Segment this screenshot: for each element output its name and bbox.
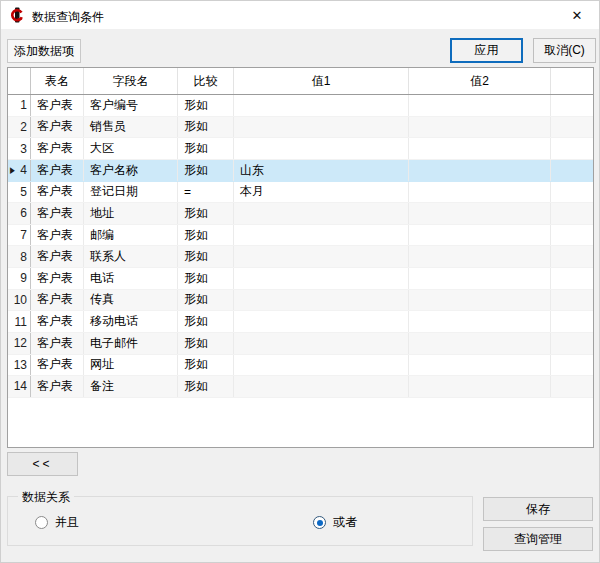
cell-field-name[interactable]: 传真 — [84, 290, 178, 311]
cell-rownum[interactable]: 10 — [8, 290, 31, 311]
radio-option-or[interactable]: 或者 — [313, 514, 357, 531]
cell-rownum[interactable]: 8 — [8, 246, 31, 267]
cell-table-name[interactable]: 客户表 — [31, 203, 84, 224]
cell-extra[interactable] — [551, 138, 593, 159]
table-row[interactable]: 5客户表登记日期=本月 — [8, 182, 593, 204]
cell-extra[interactable] — [551, 182, 593, 203]
cell-rownum[interactable]: 7 — [8, 225, 31, 246]
cell-value1[interactable] — [234, 95, 409, 116]
cell-table-name[interactable]: 客户表 — [31, 268, 84, 289]
cell-compare[interactable]: 形如 — [178, 333, 234, 354]
cell-compare[interactable]: 形如 — [178, 95, 234, 116]
table-row[interactable]: 3客户表大区形如 — [8, 138, 593, 160]
cell-field-name[interactable]: 销售员 — [84, 117, 178, 138]
header-compare[interactable]: 比较 — [178, 68, 234, 94]
cell-value1[interactable] — [234, 333, 409, 354]
save-button[interactable]: 保存 — [483, 497, 593, 521]
header-table-name[interactable]: 表名 — [31, 68, 84, 94]
table-row[interactable]: 7客户表邮编形如 — [8, 225, 593, 247]
table-row[interactable]: 14客户表备注形如 — [8, 376, 593, 398]
cell-extra[interactable] — [551, 376, 593, 397]
table-row[interactable]: 12客户表电子邮件形如 — [8, 333, 593, 355]
cell-rownum[interactable]: 14 — [8, 376, 31, 397]
cell-rownum[interactable]: 2 — [8, 117, 31, 138]
cell-field-name[interactable]: 邮编 — [84, 225, 178, 246]
cell-table-name[interactable]: 客户表 — [31, 225, 84, 246]
cell-rownum[interactable]: 3 — [8, 138, 31, 159]
cell-table-name[interactable]: 客户表 — [31, 95, 84, 116]
cell-rownum[interactable]: 1 — [8, 95, 31, 116]
cell-value2[interactable] — [409, 95, 551, 116]
table-row[interactable]: 9客户表电话形如 — [8, 268, 593, 290]
cell-extra[interactable] — [551, 246, 593, 267]
cell-extra[interactable] — [551, 333, 593, 354]
cell-value2[interactable] — [409, 355, 551, 376]
cell-compare[interactable]: 形如 — [178, 225, 234, 246]
cell-value2[interactable] — [409, 160, 551, 181]
cell-value1[interactable] — [234, 117, 409, 138]
cell-compare[interactable]: 形如 — [178, 311, 234, 332]
cell-value1[interactable] — [234, 376, 409, 397]
radio-and[interactable] — [35, 516, 48, 529]
header-value2[interactable]: 值2 — [409, 68, 551, 94]
cell-value2[interactable] — [409, 225, 551, 246]
cell-rownum[interactable]: ▶4 — [8, 160, 31, 181]
cell-value2[interactable] — [409, 182, 551, 203]
cell-compare[interactable]: 形如 — [178, 203, 234, 224]
cell-rownum[interactable]: 11 — [8, 311, 31, 332]
cell-compare[interactable]: 形如 — [178, 376, 234, 397]
cell-value2[interactable] — [409, 311, 551, 332]
cell-table-name[interactable]: 客户表 — [31, 355, 84, 376]
cell-rownum[interactable]: 9 — [8, 268, 31, 289]
cell-table-name[interactable]: 客户表 — [31, 246, 84, 267]
cell-value2[interactable] — [409, 290, 551, 311]
cell-extra[interactable] — [551, 117, 593, 138]
cell-extra[interactable] — [551, 95, 593, 116]
cell-extra[interactable] — [551, 311, 593, 332]
cell-value1[interactable] — [234, 138, 409, 159]
radio-or[interactable] — [313, 516, 326, 529]
cell-value1[interactable] — [234, 203, 409, 224]
cell-rownum[interactable]: 5 — [8, 182, 31, 203]
cell-table-name[interactable]: 客户表 — [31, 182, 84, 203]
radio-option-and[interactable]: 并且 — [35, 514, 79, 531]
table-row[interactable]: 10客户表传真形如 — [8, 290, 593, 312]
cell-value2[interactable] — [409, 138, 551, 159]
cell-value1[interactable]: 本月 — [234, 182, 409, 203]
cell-value2[interactable] — [409, 268, 551, 289]
table-row[interactable]: 11客户表移动电话形如 — [8, 311, 593, 333]
cell-value1[interactable]: 山东 — [234, 160, 409, 181]
header-value1[interactable]: 值1 — [234, 68, 409, 94]
cell-field-name[interactable]: 客户名称 — [84, 160, 178, 181]
table-row[interactable]: 6客户表地址形如 — [8, 203, 593, 225]
cell-value1[interactable] — [234, 355, 409, 376]
cell-table-name[interactable]: 客户表 — [31, 333, 84, 354]
cell-compare[interactable]: 形如 — [178, 138, 234, 159]
header-field-name[interactable]: 字段名 — [84, 68, 178, 94]
cell-field-name[interactable]: 网址 — [84, 355, 178, 376]
cell-field-name[interactable]: 联系人 — [84, 246, 178, 267]
table-row[interactable]: 13客户表网址形如 — [8, 355, 593, 377]
table-row[interactable]: ▶4客户表客户名称形如山东 — [8, 160, 593, 182]
table-row[interactable]: 8客户表联系人形如 — [8, 246, 593, 268]
cell-rownum[interactable]: 13 — [8, 355, 31, 376]
cell-value2[interactable] — [409, 203, 551, 224]
cell-value2[interactable] — [409, 333, 551, 354]
radio-or-label[interactable]: 或者 — [333, 514, 357, 531]
close-icon[interactable]: ✕ — [555, 1, 599, 29]
add-data-item-button[interactable]: 添加数据项 — [7, 39, 81, 63]
cell-table-name[interactable]: 客户表 — [31, 376, 84, 397]
cell-field-name[interactable]: 电子邮件 — [84, 333, 178, 354]
cell-field-name[interactable]: 移动电话 — [84, 311, 178, 332]
cell-extra[interactable] — [551, 203, 593, 224]
cell-extra[interactable] — [551, 160, 593, 181]
cell-value2[interactable] — [409, 376, 551, 397]
cell-field-name[interactable]: 登记日期 — [84, 182, 178, 203]
query-manage-button[interactable]: 查询管理 — [483, 527, 593, 551]
cell-value1[interactable] — [234, 311, 409, 332]
cell-table-name[interactable]: 客户表 — [31, 117, 84, 138]
cell-field-name[interactable]: 大区 — [84, 138, 178, 159]
cell-rownum[interactable]: 6 — [8, 203, 31, 224]
cell-value1[interactable] — [234, 290, 409, 311]
table-row[interactable]: 1客户表客户编号形如 — [8, 95, 593, 117]
